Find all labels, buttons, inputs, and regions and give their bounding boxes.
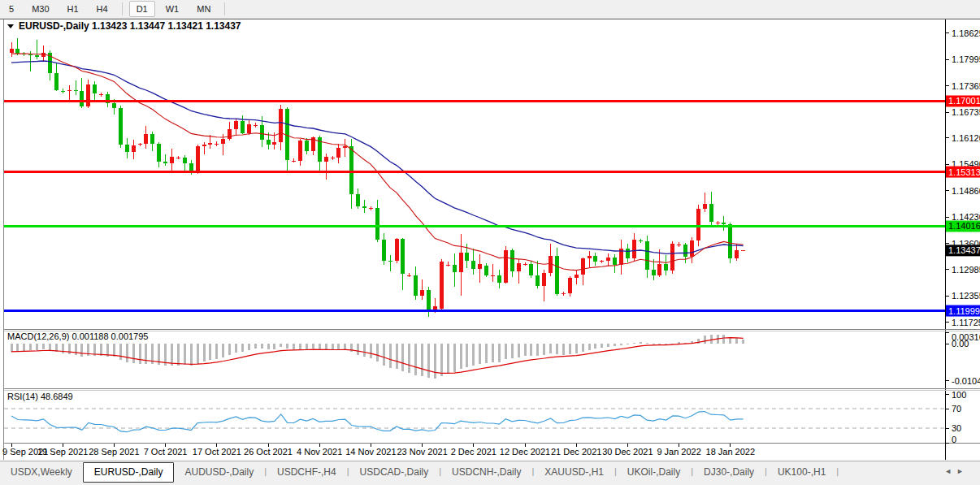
candle-body: [125, 145, 129, 152]
macd-histogram-bar: [190, 344, 193, 366]
timeframe-button-d1[interactable]: D1: [129, 1, 155, 17]
chart-tab-usdx-weekly[interactable]: USDX,Weekly: [0, 463, 83, 482]
tab-scroll-left-icon[interactable]: ◄: [944, 467, 956, 475]
candle-body: [613, 258, 617, 265]
price-tick-label: 1.11725: [952, 318, 980, 327]
candle-body: [215, 144, 219, 145]
candle-body: [709, 204, 713, 222]
price-badge-label: 1.13437: [948, 245, 980, 255]
candle-body: [267, 140, 271, 145]
price-badge-label: 1.17001: [948, 96, 980, 106]
candle-body: [453, 265, 457, 272]
candle-body: [575, 275, 579, 279]
chart-tab-ukoil-daily[interactable]: UKOil-,Daily: [617, 463, 691, 482]
macd-histogram-bar: [472, 344, 475, 366]
macd-histogram-bar: [588, 344, 591, 350]
timeframe-button-mn[interactable]: MN: [189, 1, 218, 17]
candle-body: [157, 144, 161, 162]
macd-histogram-bar: [536, 344, 539, 356]
chart-tab-xauusd-h1[interactable]: XAUUSD-,H1: [534, 463, 614, 482]
candle-body: [568, 278, 572, 293]
macd-histogram-bar: [466, 344, 468, 367]
candle-body: [285, 109, 289, 160]
tab-scroll-right-icon[interactable]: ►: [956, 467, 969, 475]
timeframe-toolbar: 5M30H1H4D1W1MN: [0, 0, 980, 19]
macd-histogram-bar: [543, 344, 545, 355]
macd-histogram-bar: [434, 344, 436, 379]
timeframe-button-h1[interactable]: H1: [60, 1, 86, 17]
macd-histogram-bar: [299, 344, 301, 349]
chart-tab-usdchf-h4[interactable]: USDCHF-,H4: [267, 463, 347, 482]
macd-histogram-bar: [171, 344, 173, 366]
candle-body: [465, 253, 469, 261]
candle-body: [471, 261, 475, 269]
candle-body: [375, 208, 379, 240]
candle-body: [99, 94, 103, 95]
macd-histogram-bar: [23, 344, 25, 351]
candle-body: [536, 275, 540, 286]
candle-body: [632, 240, 636, 258]
macd-histogram-bar: [742, 340, 744, 344]
chart-tab-usdcnh-daily[interactable]: USDCNH-,Daily: [441, 463, 531, 482]
macd-histogram-bar: [640, 342, 642, 344]
timeframe-button-m30[interactable]: M30: [24, 1, 56, 17]
macd-histogram-bar: [575, 344, 578, 353]
macd-histogram-bar: [505, 344, 507, 359]
candle-body: [716, 223, 720, 223]
timeframe-button-5[interactable]: 5: [2, 1, 21, 17]
rsi-axis-label: 30: [952, 423, 961, 433]
terminal-window: 5M30H1H4D1W1MN 1.186251.179951.173651.16…: [0, 0, 980, 485]
candle-body: [696, 209, 700, 240]
rsi-axis-label: 100: [952, 390, 966, 400]
macd-histogram-bar: [498, 344, 501, 362]
price-badge-label: 1.15313: [948, 167, 980, 177]
candle-body: [349, 146, 353, 194]
candle-body: [279, 109, 283, 142]
macd-axis-label: 0.00: [952, 339, 969, 349]
macd-histogram-bar: [235, 344, 237, 353]
macd-histogram-bar: [447, 344, 449, 374]
chart-tab-usdcad-daily[interactable]: USDCAD-,Daily: [349, 463, 440, 482]
price-tick-label: 1.12985: [952, 265, 980, 275]
chart-canvas[interactable]: 1.186251.179951.173651.167351.161201.154…: [0, 0, 980, 485]
candle-body: [362, 206, 366, 209]
tab-separator: |: [836, 466, 839, 476]
candle-body: [407, 275, 411, 276]
macd-histogram-bar: [722, 335, 725, 344]
macd-histogram-bar: [267, 344, 270, 349]
macd-histogram-bar: [126, 344, 128, 362]
chart-tab-audusd-daily[interactable]: AUDUSD-,Daily: [174, 463, 264, 482]
macd-histogram-bar: [614, 344, 616, 346]
candle-body: [86, 84, 90, 106]
chart-title: EURUSD-,Daily 1.13423 1.13447 1.13421 1.…: [19, 20, 241, 32]
macd-histogram-bar: [594, 344, 596, 349]
date-tick-label: 4 Nov 2021: [297, 447, 342, 457]
candle-body: [529, 264, 533, 275]
candle-body: [336, 148, 340, 157]
macd-histogram-bar: [408, 344, 410, 373]
chart-tab-dj30-daily[interactable]: DJ30-,Daily: [693, 463, 765, 482]
candle-body: [305, 141, 309, 151]
macd-histogram-bar: [203, 344, 206, 362]
chart-tab-uk100-h1[interactable]: UK100-,H1: [767, 463, 836, 482]
timeframe-button-h4[interactable]: H4: [89, 1, 115, 17]
macd-histogram-bar: [286, 344, 288, 349]
timeframe-button-w1[interactable]: W1: [158, 1, 187, 17]
date-tick-label: 12 Dec 2021: [500, 447, 550, 457]
candle-body: [202, 145, 206, 147]
candle-body: [324, 157, 328, 162]
candle-body: [517, 263, 521, 271]
price-tick-label: 1.16120: [952, 133, 980, 143]
candle-body: [67, 90, 72, 91]
macd-histogram-bar: [396, 344, 398, 369]
rsi-indicator-label: RSI(14) 48.6849: [7, 392, 73, 401]
chart-tab-eurusd-daily[interactable]: EURUSD-,Daily: [83, 462, 175, 483]
rsi-axis-label: 70: [952, 404, 961, 414]
candle-body: [298, 141, 302, 161]
price-tick-label: 1.14860: [952, 186, 980, 196]
candle-body: [562, 293, 566, 294]
candle-body: [626, 249, 630, 258]
macd-histogram-bar: [80, 344, 83, 357]
candle-body: [119, 108, 123, 144]
macd-histogram-bar: [704, 336, 706, 344]
